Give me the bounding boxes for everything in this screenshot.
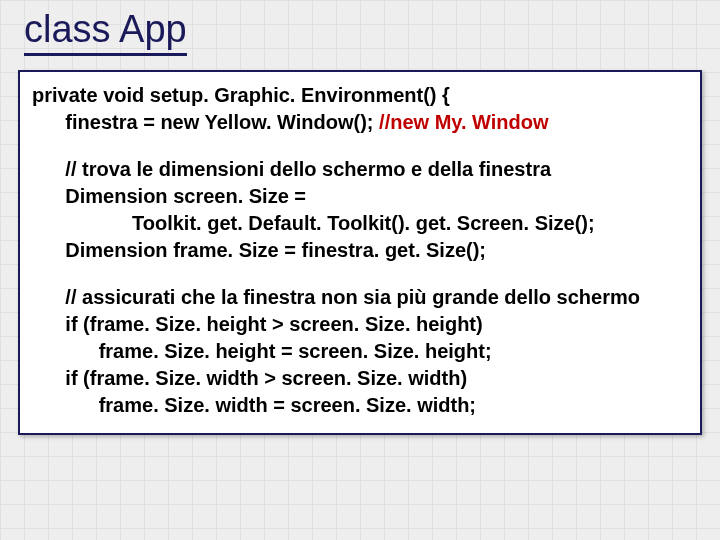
code-comment: // assicurati che la finestra non sia pi… — [32, 284, 688, 311]
code-line: private void setup. Graphic. Environment… — [32, 82, 688, 109]
code-line: if (frame. Size. height > screen. Size. … — [32, 311, 688, 338]
code-line: frame. Size. height = screen. Size. heig… — [32, 338, 688, 365]
code-line: finestra = new Yellow. Window(); //new M… — [32, 109, 688, 136]
code-line: if (frame. Size. width > screen. Size. w… — [32, 365, 688, 392]
code-line: Dimension frame. Size = finestra. get. S… — [32, 237, 688, 264]
slide-title: class App — [24, 8, 187, 56]
code-line: frame. Size. width = screen. Size. width… — [32, 392, 688, 419]
blank-line — [32, 136, 688, 156]
code-line: Dimension screen. Size = — [32, 183, 688, 210]
blank-line — [32, 264, 688, 284]
code-comment: // trova le dimensioni dello schermo e d… — [32, 156, 688, 183]
code-line: Toolkit. get. Default. Toolkit(). get. S… — [32, 210, 688, 237]
code-box: private void setup. Graphic. Environment… — [18, 70, 702, 435]
slide: class App private void setup. Graphic. E… — [0, 0, 720, 435]
